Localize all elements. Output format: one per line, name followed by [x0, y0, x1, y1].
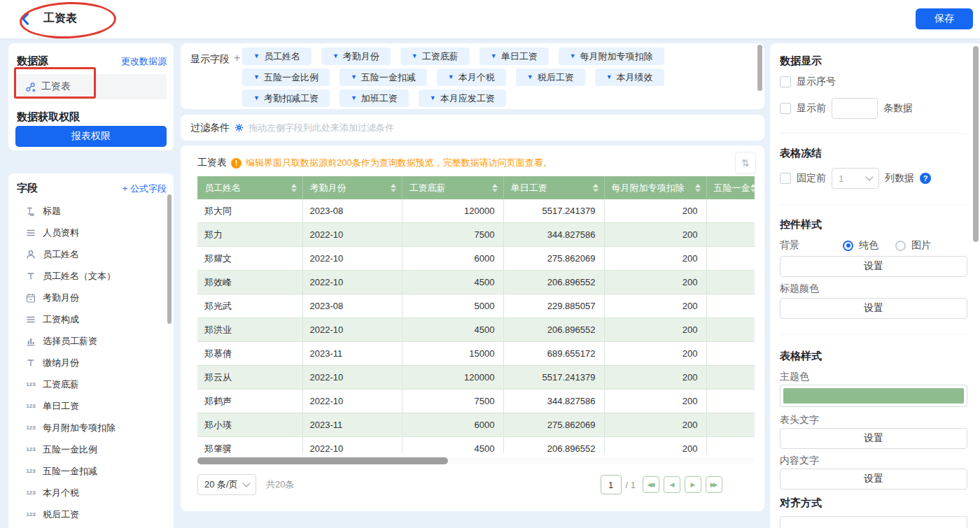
display-field-chip[interactable]: ▼税后工资	[516, 69, 585, 86]
field-item[interactable]: 工资构成	[8, 308, 174, 330]
field-item[interactable]: 123单日工资	[8, 395, 174, 417]
prev-page-button[interactable]: ◀	[664, 476, 680, 493]
field-item[interactable]: 员工姓名（文本）	[8, 265, 174, 287]
sort-arrows-icon[interactable]	[492, 184, 498, 192]
display-field-chip[interactable]: ▼加班工资	[340, 90, 409, 107]
theme-color-picker[interactable]	[780, 385, 967, 407]
table-row[interactable]: 郑光武2023-085000229.885057200	[197, 294, 755, 318]
chip-dropdown-icon[interactable]: ▼	[351, 95, 357, 101]
gear-icon[interactable]	[234, 123, 244, 132]
datasource-item[interactable]: 工资表	[15, 74, 167, 99]
field-item[interactable]: 123五险一金扣减	[8, 460, 174, 482]
help-icon[interactable]: ?	[920, 173, 931, 184]
table-row[interactable]: 郑鹤声2022-107500344.827586200	[197, 390, 755, 413]
sort-order-button[interactable]: ⇅	[735, 152, 756, 174]
field-item[interactable]: 选择员工薪资	[8, 330, 174, 352]
back-button[interactable]	[21, 13, 29, 25]
field-item[interactable]: 考勤月份	[8, 287, 174, 308]
solid-color-radio[interactable]	[843, 241, 853, 251]
settings-scrollbar[interactable]	[973, 46, 979, 242]
chip-dropdown-icon[interactable]: ▼	[430, 95, 436, 101]
display-field-chip[interactable]: ▼本月应发工资	[419, 90, 506, 107]
table-row[interactable]: 郑大同2023-081200005517.241379200	[197, 199, 755, 223]
column-header[interactable]: 每月附加专项扣除	[604, 176, 706, 199]
sort-arrows-icon[interactable]	[291, 184, 297, 192]
sort-arrows-icon[interactable]	[750, 184, 755, 192]
page-number-input[interactable]: 1	[601, 475, 622, 494]
last-page-button[interactable]: ▶▶	[706, 476, 722, 493]
field-item[interactable]: 人员资料	[8, 222, 174, 243]
chip-dropdown-icon[interactable]: ▼	[412, 53, 418, 59]
column-header[interactable]: 五险一金	[706, 176, 755, 199]
horizontal-scrollbar-thumb[interactable]	[197, 457, 448, 464]
column-header[interactable]: 考勤月份	[302, 176, 402, 199]
table-row[interactable]: 郑耀文2022-106000275.862069200	[197, 247, 755, 271]
display-field-chip[interactable]: ▼本月个税	[437, 69, 506, 86]
display-field-chip[interactable]: ▼工资底薪	[400, 48, 470, 65]
chip-dropdown-icon[interactable]: ▼	[351, 74, 357, 80]
table-row[interactable]: 郑小瑛2023-116000275.862069200	[197, 413, 755, 437]
table-row[interactable]: 郑慕倩2023-1115000689.655172200	[197, 342, 755, 366]
freeze-checkbox[interactable]	[780, 173, 791, 184]
column-header[interactable]: 员工姓名	[197, 176, 302, 199]
field-item[interactable]: 员工姓名	[8, 243, 174, 265]
chip-dropdown-icon[interactable]: ▼	[448, 74, 454, 80]
chip-label: 员工姓名	[264, 50, 300, 63]
background-set-button[interactable]: 设置	[780, 256, 967, 277]
add-display-field-button[interactable]: +	[234, 52, 240, 64]
display-field-chip[interactable]: ▼五险一金比例	[242, 69, 330, 86]
show-first-count-input[interactable]	[832, 98, 878, 119]
field-item[interactable]: 123本月个税	[8, 482, 174, 504]
display-field-chip[interactable]: ▼考勤扣减工资	[242, 90, 330, 107]
show-first-checkbox[interactable]	[780, 103, 791, 114]
table-row[interactable]: 郑肇骥2022-104500206.896552200	[197, 437, 755, 454]
header-text-set-button[interactable]: 设置	[780, 428, 967, 449]
chip-dropdown-icon[interactable]: ▼	[527, 74, 533, 80]
show-index-checkbox[interactable]	[780, 76, 791, 87]
display-field-chip[interactable]: ▼员工姓名	[242, 48, 312, 65]
title-color-set-button[interactable]: 设置	[780, 298, 967, 319]
column-header[interactable]: 单日工资	[503, 176, 604, 199]
report-permission-button[interactable]: 报表权限	[15, 126, 167, 147]
add-formula-field-link[interactable]: + 公式字段	[122, 183, 167, 195]
next-page-button[interactable]: ▶	[685, 476, 701, 493]
chip-dropdown-icon[interactable]: ▼	[332, 53, 339, 59]
field-item[interactable]: 123税后工资	[8, 504, 174, 525]
field-item[interactable]: 123每月附加专项扣除	[8, 417, 174, 438]
chip-dropdown-icon[interactable]: ▼	[570, 53, 576, 59]
display-field-chip[interactable]: ▼单日工资	[479, 48, 549, 65]
sort-arrows-icon[interactable]	[391, 184, 396, 192]
chip-dropdown-icon[interactable]: ▼	[253, 74, 260, 80]
filter-card[interactable]: 过滤条件 拖动左侧字段到此处来添加过滤条件	[181, 115, 764, 141]
horizontal-scrollbar-track[interactable]	[197, 457, 755, 464]
sort-arrows-icon[interactable]	[695, 184, 701, 192]
field-item[interactable]: 123工资底薪	[8, 373, 174, 395]
table-row[interactable]: 郑洪业2022-104500206.896552200	[197, 318, 755, 342]
table-row[interactable]: 郑云从2022-101200005517.241379200	[197, 366, 755, 390]
table-row[interactable]: 郑力2022-107500344.827586200	[197, 223, 755, 247]
table-row[interactable]: 郑效峰2022-104500206.896552200	[197, 271, 755, 294]
field-item[interactable]: 123五险一金比例	[8, 438, 174, 460]
save-button[interactable]: 保存	[916, 8, 973, 29]
align-control-partial[interactable]	[780, 516, 967, 528]
chip-dropdown-icon[interactable]: ▼	[606, 74, 612, 80]
chips-scrollbar[interactable]	[757, 45, 762, 91]
field-item[interactable]: 标题	[8, 200, 174, 222]
display-field-chip[interactable]: ▼每月附加专项扣除	[559, 48, 664, 65]
display-field-chip[interactable]: ▼考勤月份	[321, 48, 391, 65]
chip-dropdown-icon[interactable]: ▼	[491, 53, 497, 59]
freeze-cols-select[interactable]: 1	[832, 168, 879, 189]
fields-scrollbar[interactable]	[167, 194, 172, 324]
display-field-chip[interactable]: ▼本月绩效	[595, 69, 664, 86]
content-text-set-button[interactable]: 设置	[780, 469, 967, 490]
chip-dropdown-icon[interactable]: ▼	[253, 53, 260, 59]
display-field-chip[interactable]: ▼五险一金扣减	[340, 69, 427, 86]
column-header[interactable]: 工资底薪	[402, 176, 503, 199]
sort-arrows-icon[interactable]	[593, 184, 598, 192]
page-size-select[interactable]: 20 条/页	[197, 474, 256, 495]
chip-dropdown-icon[interactable]: ▼	[253, 95, 260, 101]
change-datasource-link[interactable]: 更改数据源	[121, 55, 167, 68]
first-page-button[interactable]: ◀◀	[643, 476, 659, 493]
field-item[interactable]: 缴纳月份	[8, 352, 174, 373]
image-radio[interactable]	[895, 241, 906, 251]
